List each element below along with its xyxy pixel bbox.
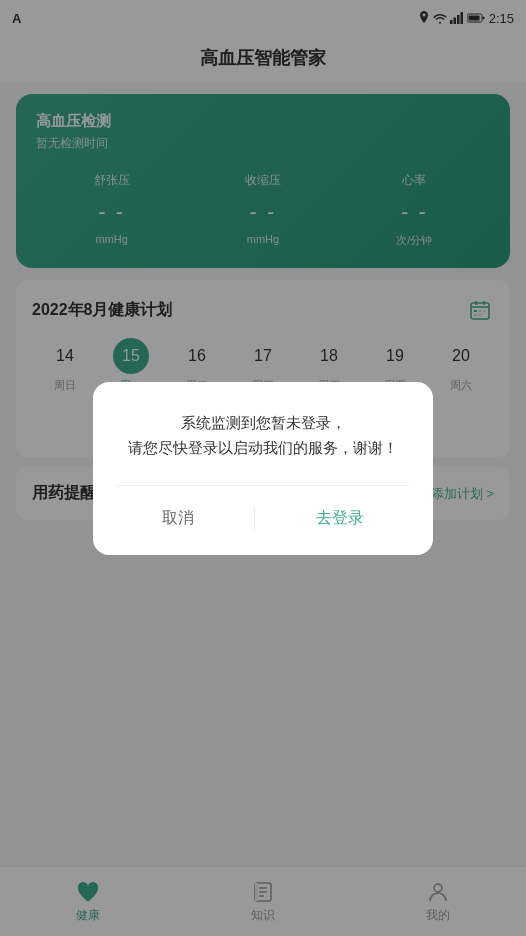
dialog-actions: 取消 去登录: [117, 485, 409, 535]
dialog-message: 系统监测到您暂未登录， 请您尽快登录以启动我们的服务，谢谢！: [117, 410, 409, 461]
dialog-overlay: 系统监测到您暂未登录， 请您尽快登录以启动我们的服务，谢谢！ 取消 去登录: [0, 0, 526, 936]
login-button[interactable]: 去登录: [286, 502, 394, 535]
cancel-button[interactable]: 取消: [132, 502, 224, 535]
action-divider: [254, 506, 255, 530]
login-dialog: 系统监测到您暂未登录， 请您尽快登录以启动我们的服务，谢谢！ 取消 去登录: [93, 382, 433, 555]
